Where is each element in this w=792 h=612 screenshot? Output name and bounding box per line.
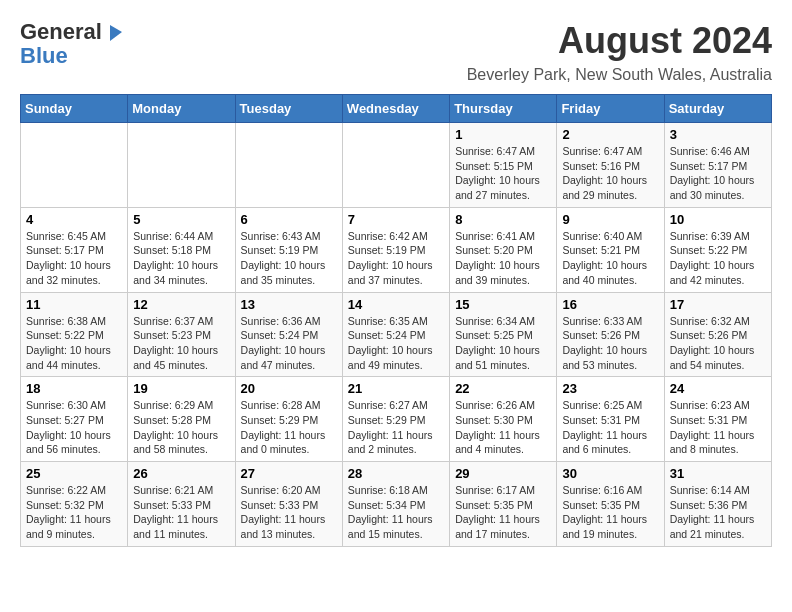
calendar-cell: 17Sunrise: 6:32 AMSunset: 5:26 PMDayligh…	[664, 292, 771, 377]
calendar-cell: 7Sunrise: 6:42 AMSunset: 5:19 PMDaylight…	[342, 207, 449, 292]
daylight-hours: Daylight: 10 hours and 30 minutes.	[670, 174, 755, 201]
daylight-hours: Daylight: 11 hours and 0 minutes.	[241, 429, 326, 456]
day-info: Sunrise: 6:27 AMSunset: 5:29 PMDaylight:…	[348, 398, 444, 457]
day-info: Sunrise: 6:43 AMSunset: 5:19 PMDaylight:…	[241, 229, 337, 288]
calendar-cell: 22Sunrise: 6:26 AMSunset: 5:30 PMDayligh…	[450, 377, 557, 462]
day-number: 31	[670, 466, 766, 481]
daylight-hours: Daylight: 10 hours and 53 minutes.	[562, 344, 647, 371]
day-info: Sunrise: 6:26 AMSunset: 5:30 PMDaylight:…	[455, 398, 551, 457]
daylight-hours: Daylight: 10 hours and 32 minutes.	[26, 259, 111, 286]
daylight-hours: Daylight: 10 hours and 27 minutes.	[455, 174, 540, 201]
day-number: 21	[348, 381, 444, 396]
calendar-cell: 23Sunrise: 6:25 AMSunset: 5:31 PMDayligh…	[557, 377, 664, 462]
day-number: 17	[670, 297, 766, 312]
day-number: 12	[133, 297, 229, 312]
day-number: 26	[133, 466, 229, 481]
logo-arrow-icon	[102, 21, 124, 43]
calendar-cell: 18Sunrise: 6:30 AMSunset: 5:27 PMDayligh…	[21, 377, 128, 462]
daylight-hours: Daylight: 10 hours and 51 minutes.	[455, 344, 540, 371]
calendar-cell: 27Sunrise: 6:20 AMSunset: 5:33 PMDayligh…	[235, 462, 342, 547]
day-info: Sunrise: 6:17 AMSunset: 5:35 PMDaylight:…	[455, 483, 551, 542]
daylight-hours: Daylight: 10 hours and 34 minutes.	[133, 259, 218, 286]
day-info: Sunrise: 6:18 AMSunset: 5:34 PMDaylight:…	[348, 483, 444, 542]
calendar-week-row: 18Sunrise: 6:30 AMSunset: 5:27 PMDayligh…	[21, 377, 772, 462]
day-info: Sunrise: 6:46 AMSunset: 5:17 PMDaylight:…	[670, 144, 766, 203]
day-of-week-header: Sunday	[21, 95, 128, 123]
day-number: 1	[455, 127, 551, 142]
day-number: 8	[455, 212, 551, 227]
daylight-hours: Daylight: 10 hours and 47 minutes.	[241, 344, 326, 371]
day-info: Sunrise: 6:29 AMSunset: 5:28 PMDaylight:…	[133, 398, 229, 457]
day-info: Sunrise: 6:36 AMSunset: 5:24 PMDaylight:…	[241, 314, 337, 373]
day-info: Sunrise: 6:16 AMSunset: 5:35 PMDaylight:…	[562, 483, 658, 542]
daylight-hours: Daylight: 11 hours and 4 minutes.	[455, 429, 540, 456]
day-number: 19	[133, 381, 229, 396]
daylight-hours: Daylight: 11 hours and 17 minutes.	[455, 513, 540, 540]
day-number: 7	[348, 212, 444, 227]
calendar-cell: 16Sunrise: 6:33 AMSunset: 5:26 PMDayligh…	[557, 292, 664, 377]
day-info: Sunrise: 6:32 AMSunset: 5:26 PMDaylight:…	[670, 314, 766, 373]
calendar-cell: 31Sunrise: 6:14 AMSunset: 5:36 PMDayligh…	[664, 462, 771, 547]
daylight-hours: Daylight: 10 hours and 40 minutes.	[562, 259, 647, 286]
day-info: Sunrise: 6:33 AMSunset: 5:26 PMDaylight:…	[562, 314, 658, 373]
daylight-hours: Daylight: 10 hours and 39 minutes.	[455, 259, 540, 286]
daylight-hours: Daylight: 11 hours and 11 minutes.	[133, 513, 218, 540]
daylight-hours: Daylight: 11 hours and 2 minutes.	[348, 429, 433, 456]
calendar-cell: 14Sunrise: 6:35 AMSunset: 5:24 PMDayligh…	[342, 292, 449, 377]
day-number: 10	[670, 212, 766, 227]
day-info: Sunrise: 6:42 AMSunset: 5:19 PMDaylight:…	[348, 229, 444, 288]
daylight-hours: Daylight: 10 hours and 58 minutes.	[133, 429, 218, 456]
calendar-header-row: SundayMondayTuesdayWednesdayThursdayFrid…	[21, 95, 772, 123]
daylight-hours: Daylight: 11 hours and 19 minutes.	[562, 513, 647, 540]
calendar-cell: 8Sunrise: 6:41 AMSunset: 5:20 PMDaylight…	[450, 207, 557, 292]
day-info: Sunrise: 6:40 AMSunset: 5:21 PMDaylight:…	[562, 229, 658, 288]
day-info: Sunrise: 6:47 AMSunset: 5:15 PMDaylight:…	[455, 144, 551, 203]
day-info: Sunrise: 6:30 AMSunset: 5:27 PMDaylight:…	[26, 398, 122, 457]
day-number: 3	[670, 127, 766, 142]
daylight-hours: Daylight: 11 hours and 8 minutes.	[670, 429, 755, 456]
day-info: Sunrise: 6:39 AMSunset: 5:22 PMDaylight:…	[670, 229, 766, 288]
day-number: 25	[26, 466, 122, 481]
day-info: Sunrise: 6:34 AMSunset: 5:25 PMDaylight:…	[455, 314, 551, 373]
day-number: 15	[455, 297, 551, 312]
calendar-cell: 15Sunrise: 6:34 AMSunset: 5:25 PMDayligh…	[450, 292, 557, 377]
calendar-cell: 2Sunrise: 6:47 AMSunset: 5:16 PMDaylight…	[557, 123, 664, 208]
day-number: 2	[562, 127, 658, 142]
day-of-week-header: Thursday	[450, 95, 557, 123]
calendar-table: SundayMondayTuesdayWednesdayThursdayFrid…	[20, 94, 772, 547]
day-of-week-header: Friday	[557, 95, 664, 123]
day-info: Sunrise: 6:45 AMSunset: 5:17 PMDaylight:…	[26, 229, 122, 288]
day-number: 27	[241, 466, 337, 481]
header: General Blue August 2024 Beverley Park, …	[20, 20, 772, 84]
calendar-cell: 11Sunrise: 6:38 AMSunset: 5:22 PMDayligh…	[21, 292, 128, 377]
day-of-week-header: Tuesday	[235, 95, 342, 123]
day-info: Sunrise: 6:22 AMSunset: 5:32 PMDaylight:…	[26, 483, 122, 542]
logo-general: General	[20, 20, 102, 44]
day-number: 23	[562, 381, 658, 396]
calendar-cell: 9Sunrise: 6:40 AMSunset: 5:21 PMDaylight…	[557, 207, 664, 292]
calendar-cell: 4Sunrise: 6:45 AMSunset: 5:17 PMDaylight…	[21, 207, 128, 292]
day-info: Sunrise: 6:23 AMSunset: 5:31 PMDaylight:…	[670, 398, 766, 457]
day-number: 9	[562, 212, 658, 227]
daylight-hours: Daylight: 10 hours and 56 minutes.	[26, 429, 111, 456]
day-info: Sunrise: 6:41 AMSunset: 5:20 PMDaylight:…	[455, 229, 551, 288]
day-number: 5	[133, 212, 229, 227]
daylight-hours: Daylight: 11 hours and 9 minutes.	[26, 513, 111, 540]
day-number: 13	[241, 297, 337, 312]
calendar-cell: 5Sunrise: 6:44 AMSunset: 5:18 PMDaylight…	[128, 207, 235, 292]
calendar-cell: 26Sunrise: 6:21 AMSunset: 5:33 PMDayligh…	[128, 462, 235, 547]
day-info: Sunrise: 6:37 AMSunset: 5:23 PMDaylight:…	[133, 314, 229, 373]
day-number: 22	[455, 381, 551, 396]
day-info: Sunrise: 6:47 AMSunset: 5:16 PMDaylight:…	[562, 144, 658, 203]
daylight-hours: Daylight: 11 hours and 15 minutes.	[348, 513, 433, 540]
calendar-week-row: 25Sunrise: 6:22 AMSunset: 5:32 PMDayligh…	[21, 462, 772, 547]
day-info: Sunrise: 6:44 AMSunset: 5:18 PMDaylight:…	[133, 229, 229, 288]
svg-marker-0	[110, 25, 122, 41]
main-title: August 2024	[467, 20, 772, 62]
calendar-cell: 1Sunrise: 6:47 AMSunset: 5:15 PMDaylight…	[450, 123, 557, 208]
title-area: August 2024 Beverley Park, New South Wal…	[467, 20, 772, 84]
day-info: Sunrise: 6:21 AMSunset: 5:33 PMDaylight:…	[133, 483, 229, 542]
day-number: 20	[241, 381, 337, 396]
calendar-cell: 6Sunrise: 6:43 AMSunset: 5:19 PMDaylight…	[235, 207, 342, 292]
day-of-week-header: Monday	[128, 95, 235, 123]
